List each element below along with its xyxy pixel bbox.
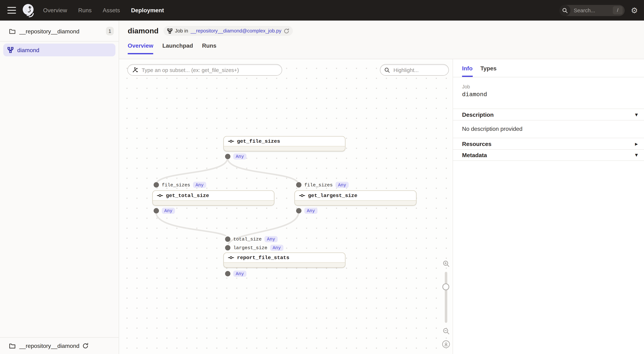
nav-overview[interactable]: Overview — [43, 7, 67, 14]
output-port-report_file_stats[interactable]: Any — [225, 271, 246, 277]
port-label: file_sizes — [304, 182, 333, 188]
section-title: Metadata — [462, 152, 487, 158]
section-title: Description — [462, 111, 494, 118]
zoom-in-icon[interactable] — [442, 259, 450, 268]
folder-icon — [9, 343, 16, 349]
type-badge[interactable]: Any — [336, 182, 349, 188]
dagster-logo-icon[interactable] — [22, 3, 35, 17]
job-count-badge: 1 — [106, 27, 114, 35]
input-port-file_sizes-left[interactable]: file_sizes Any — [154, 182, 206, 188]
port-dot — [225, 271, 230, 276]
section-metadata[interactable]: Metadata ▼ — [453, 149, 644, 161]
type-badge[interactable]: Any — [304, 208, 318, 214]
reload-icon[interactable] — [83, 343, 88, 349]
footer-repository-name: __repository__diamond — [19, 343, 80, 349]
op-node-get_largest_size[interactable]: get_largest_size — [294, 190, 416, 206]
type-badge[interactable]: Any — [270, 245, 283, 251]
description-body: No description provided — [453, 120, 644, 138]
port-dot — [225, 245, 230, 250]
highlight-filter[interactable] — [380, 64, 449, 76]
op-icon — [157, 194, 163, 198]
zoom-controls — [438, 259, 452, 348]
output-port-get_largest_size[interactable]: Any — [296, 208, 317, 214]
repository-link[interactable]: __repository__diamond@complex_job.py — [191, 28, 282, 34]
top-nav-bar: Overview Runs Assets Deployment / ⚙ — [0, 0, 644, 21]
tab-overview[interactable]: Overview — [128, 42, 153, 54]
op-icon — [228, 139, 234, 143]
repository-sidebar: __repository__diamond 1 diamond _ — [0, 21, 119, 354]
op-selector-icon — [132, 67, 138, 73]
op-icon — [228, 256, 234, 260]
download-graph-icon[interactable] — [442, 340, 450, 348]
job-graph-icon — [167, 28, 172, 34]
tab-types[interactable]: Types — [480, 65, 496, 77]
type-badge[interactable]: Any — [162, 208, 175, 214]
job-tabs: Overview Launchpad Runs — [128, 42, 644, 54]
type-badge[interactable]: Any — [233, 153, 246, 159]
input-port-largest_size[interactable]: largest_size Any — [225, 245, 283, 251]
section-title: Resources — [462, 140, 492, 147]
input-port-total_size[interactable]: total_size Any — [225, 236, 278, 242]
repository-name: __repository__diamond — [19, 28, 106, 34]
op-icon — [299, 194, 305, 198]
sidebar-item-diamond[interactable]: diamond — [3, 44, 115, 57]
search-shortcut-badge: / — [613, 6, 623, 15]
op-node-get_file_sizes[interactable]: get_file_sizes — [224, 136, 346, 151]
folder-icon — [9, 28, 16, 34]
dagster-app: Overview Runs Assets Deployment / ⚙ __re… — [0, 0, 644, 354]
zoom-out-icon[interactable] — [442, 327, 450, 335]
zoom-slider[interactable] — [445, 272, 447, 323]
op-name: report_file_stats — [237, 255, 290, 261]
input-port-file_sizes-right[interactable]: file_sizes Any — [296, 182, 348, 188]
highlight-input[interactable] — [393, 66, 444, 73]
page-title: diamond — [128, 27, 158, 35]
op-node-report_file_stats[interactable]: report_file_stats — [224, 252, 346, 268]
search-input[interactable] — [570, 7, 613, 13]
output-port-get_file_sizes[interactable]: Any — [225, 153, 246, 159]
output-port-get_total_size[interactable]: Any — [154, 208, 175, 214]
tab-launchpad[interactable]: Launchpad — [162, 42, 193, 54]
job-graph-icon — [8, 47, 14, 53]
op-name: get_total_size — [166, 193, 209, 199]
type-badge[interactable]: Any — [233, 271, 246, 277]
op-subset-filter[interactable] — [128, 64, 282, 76]
panel-tabs: Info Types — [453, 59, 644, 77]
global-search[interactable]: / — [559, 5, 624, 16]
nav-runs[interactable]: Runs — [78, 7, 92, 14]
type-badge[interactable]: Any — [264, 236, 278, 242]
op-subset-input[interactable] — [141, 66, 278, 73]
menu-icon[interactable] — [8, 7, 16, 14]
chevron-right-icon: ▶ — [635, 142, 638, 146]
search-icon — [559, 5, 570, 16]
port-dot — [225, 237, 230, 242]
zoom-slider-handle[interactable] — [442, 283, 450, 290]
port-dot — [296, 182, 302, 188]
job-info-block: Job diamond — [453, 77, 644, 109]
info-panel: Info Types Job diamond Description ▼ No … — [453, 59, 644, 354]
sidebar-footer: __repository__diamond — [0, 337, 119, 354]
section-description[interactable]: Description ▼ — [453, 109, 644, 120]
chevron-down-icon: ▼ — [635, 153, 638, 157]
type-badge[interactable]: Any — [193, 182, 206, 188]
port-dot — [296, 208, 302, 214]
op-node-get_total_size[interactable]: get_total_size — [152, 190, 274, 206]
tab-runs[interactable]: Runs — [202, 42, 216, 54]
port-label: total_size — [233, 237, 262, 242]
sidebar-item-label: diamond — [17, 47, 39, 53]
op-graph-canvas[interactable]: get_file_sizes Any file_sizes Any — [119, 59, 453, 354]
nav-assets[interactable]: Assets — [103, 7, 120, 14]
port-label: largest_size — [233, 245, 268, 250]
tab-info[interactable]: Info — [462, 65, 472, 77]
nav-deployment[interactable]: Deployment — [131, 7, 164, 14]
primary-nav: Overview Runs Assets Deployment — [43, 7, 164, 14]
port-dot — [154, 182, 159, 188]
chevron-down-icon: ▼ — [635, 112, 638, 117]
repository-header[interactable]: __repository__diamond 1 — [0, 21, 119, 41]
reload-icon[interactable] — [284, 28, 289, 34]
settings-gear-icon[interactable]: ⚙ — [631, 6, 638, 14]
job-name: diamond — [462, 91, 635, 98]
op-name: get_file_sizes — [237, 138, 280, 144]
section-resources[interactable]: Resources ▶ — [453, 138, 644, 149]
port-dot — [154, 208, 159, 214]
job-origin-pill: Job in __repository__diamond@complex_job… — [164, 26, 293, 36]
